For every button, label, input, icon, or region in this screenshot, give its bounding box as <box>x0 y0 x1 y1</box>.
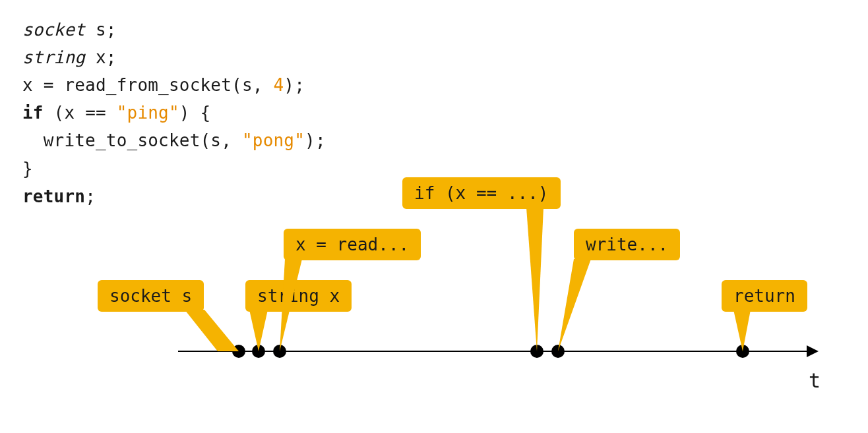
code-text: ) { <box>179 103 211 123</box>
code-text: ); <box>305 130 326 150</box>
timeline-arrowhead-icon <box>807 345 819 357</box>
code-type-string: string <box>22 47 85 67</box>
code-literal-string: "pong" <box>242 130 305 150</box>
code-text: ); <box>284 75 305 95</box>
bubble-tail-icon <box>185 310 244 351</box>
code-literal-string: "ping" <box>117 103 179 123</box>
code-text: x = read_from_socket(s, <box>22 75 273 95</box>
code-text: x; <box>85 47 117 67</box>
code-text: s; <box>85 20 117 40</box>
timeline-event-socket-s: socket s <box>98 280 204 312</box>
bubble-tail-icon <box>733 310 753 351</box>
timeline-event-write: write... <box>574 229 680 260</box>
bubble-tail-icon <box>525 208 543 351</box>
timeline-event-x-read: x = read... <box>284 229 421 260</box>
code-text: write_to_socket(s, <box>22 130 242 150</box>
code-text: ; <box>85 187 96 206</box>
code-keyword-if: if <box>22 103 44 123</box>
timeline-axis-label: t <box>809 369 821 392</box>
bubble-tail-icon <box>276 259 302 351</box>
code-type-socket: socket <box>22 20 85 40</box>
bubble-tail-icon <box>249 310 273 351</box>
timeline-event-if: if (x == ...) <box>402 177 561 209</box>
code-text: } <box>22 159 33 179</box>
bubble-tail-icon <box>554 259 591 351</box>
code-text: (x == <box>44 103 117 123</box>
timeline-event-return: return <box>722 280 807 312</box>
code-literal-number: 4 <box>273 75 284 95</box>
code-keyword-return: return <box>22 187 85 206</box>
code-block: socket s; string x; x = read_from_socket… <box>22 16 326 210</box>
